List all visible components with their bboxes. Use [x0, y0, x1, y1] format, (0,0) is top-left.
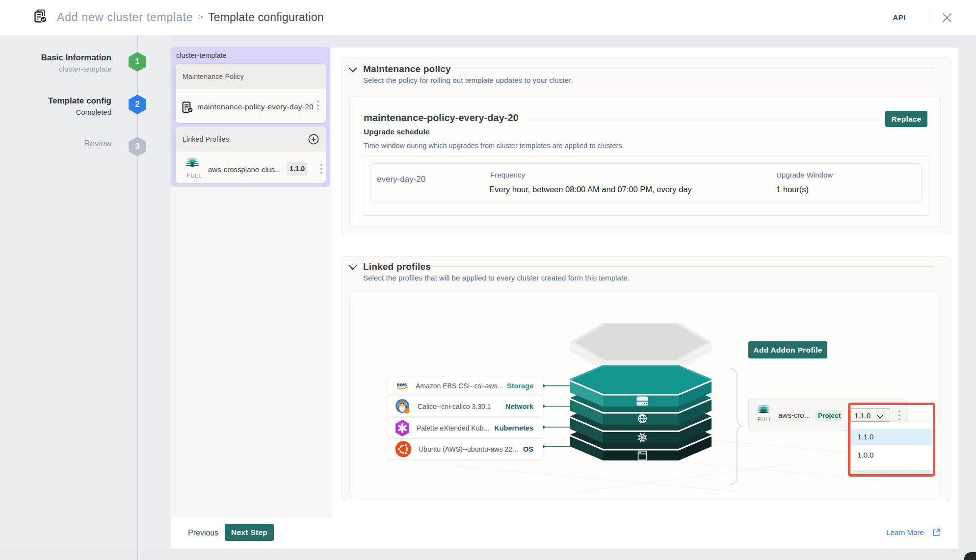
- svg-text:aws: aws: [397, 381, 407, 387]
